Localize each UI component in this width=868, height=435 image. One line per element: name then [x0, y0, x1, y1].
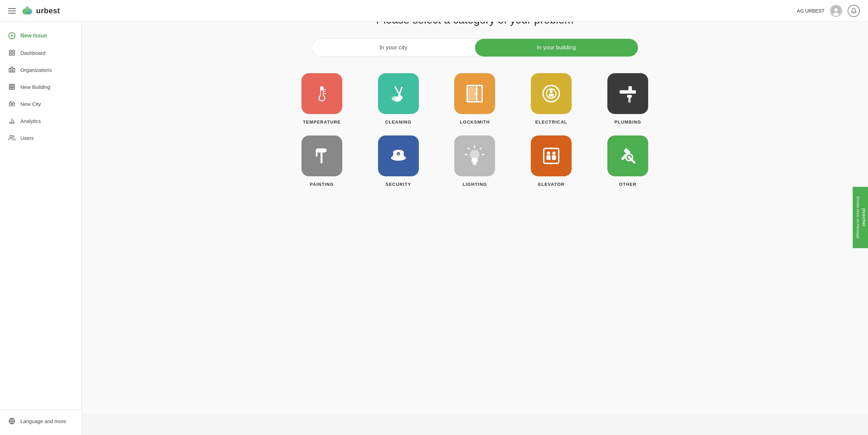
sidebar-bottom: Language and more — [0, 409, 81, 430]
plumbing-icon-box — [607, 73, 648, 114]
toggle-city-button[interactable]: In your city — [312, 39, 475, 57]
category-painting[interactable]: PAINTING — [288, 135, 356, 187]
svg-rect-53 — [627, 95, 632, 98]
sidebar: New Issue Dashboard Organizations — [0, 22, 82, 435]
svg-rect-9 — [10, 50, 12, 52]
sidebar-item-new-building-label: New Building — [20, 84, 50, 90]
svg-point-84 — [628, 156, 630, 159]
svg-rect-10 — [13, 50, 15, 52]
security-icon-box — [378, 135, 419, 176]
header-right: AG URBEST — [797, 5, 860, 17]
other-label: OTHER — [619, 182, 637, 187]
city-icon — [8, 100, 16, 108]
elevator-label: ELEVATOR — [538, 182, 564, 187]
svg-rect-67 — [473, 163, 477, 164]
category-elevator[interactable]: ELEVATOR — [517, 135, 586, 187]
sidebar-item-new-city[interactable]: New City — [0, 95, 81, 112]
toggle-building-button[interactable]: In your building — [475, 39, 638, 57]
sidebar-item-new-issue-label: New Issue — [20, 33, 47, 39]
sidebar-item-new-building[interactable]: New Building — [0, 78, 81, 95]
category-cleaning[interactable]: CLEANING — [364, 73, 432, 125]
svg-rect-76 — [546, 155, 551, 160]
svg-rect-78 — [552, 155, 556, 160]
users-icon — [8, 134, 16, 142]
hamburger-icon[interactable] — [8, 8, 16, 14]
sidebar-item-analytics[interactable]: Analytics — [0, 112, 81, 129]
svg-point-55 — [628, 99, 631, 103]
sidebar-item-new-city-label: New City — [20, 101, 41, 107]
jivochat-tab[interactable]: jivochat Envoie-nous un message — [853, 187, 868, 248]
svg-rect-15 — [13, 68, 15, 72]
notification-bell-button[interactable] — [848, 5, 860, 17]
jivochat-label: jivochat — [862, 208, 866, 226]
logo-text: urbest — [36, 6, 60, 15]
svg-point-2 — [26, 6, 29, 12]
temperature-icon-box — [301, 73, 342, 114]
svg-rect-50 — [620, 90, 629, 94]
cleaning-label: CLEANING — [385, 119, 412, 125]
main-content: Please select a category of your problem… — [82, 0, 868, 413]
sidebar-item-language[interactable]: Language and more — [0, 413, 81, 430]
sidebar-item-new-issue[interactable]: New Issue — [0, 27, 81, 44]
light-icon — [464, 145, 486, 167]
jivochat-message: Envoie-nous un message — [856, 196, 860, 239]
sidebar-item-users[interactable]: Users — [0, 129, 81, 146]
elevator-icon — [540, 145, 562, 167]
categories-grid: TEMPERATURE CLEANING — [288, 73, 662, 187]
svg-point-75 — [547, 151, 550, 155]
other-icon-box — [607, 135, 648, 176]
tools-icon — [617, 145, 639, 167]
sidebar-item-dashboard[interactable]: Dashboard — [0, 44, 81, 61]
category-other[interactable]: OTHER — [594, 135, 662, 187]
svg-rect-14 — [11, 67, 13, 72]
svg-line-72 — [468, 148, 469, 149]
category-plumbing[interactable]: PLUMBING — [594, 73, 662, 125]
cleaning-icon — [388, 83, 409, 104]
category-security[interactable]: SECURITY — [364, 135, 432, 187]
avatar — [830, 5, 842, 17]
logo: urbest — [21, 5, 60, 17]
svg-line-70 — [480, 148, 481, 149]
svg-rect-68 — [473, 164, 476, 165]
electrical-icon — [540, 83, 562, 104]
globe-icon — [8, 417, 16, 425]
svg-rect-74 — [544, 148, 559, 163]
svg-rect-58 — [316, 149, 317, 157]
plus-circle-icon — [8, 32, 16, 39]
logo-icon — [21, 5, 33, 17]
category-locksmith[interactable]: LOCKSMITH — [441, 73, 509, 125]
svg-point-25 — [10, 135, 12, 138]
organizations-icon — [8, 66, 16, 74]
cleaning-icon-box — [378, 73, 419, 114]
electrical-icon-box — [531, 73, 572, 114]
svg-rect-12 — [13, 53, 15, 55]
svg-point-66 — [470, 150, 479, 159]
locksmith-label: LOCKSMITH — [460, 119, 490, 125]
svg-rect-46 — [549, 94, 554, 96]
svg-rect-11 — [10, 53, 12, 55]
category-toggle: In your city In your building — [312, 38, 638, 57]
plumbing-label: PLUMBING — [615, 119, 641, 125]
sidebar-item-organizations[interactable]: Organizations — [0, 61, 81, 78]
svg-rect-45 — [550, 90, 553, 94]
building-icon — [8, 83, 16, 91]
app-header: urbest AG URBEST — [0, 0, 868, 22]
electrical-label: ELECTRICAL — [535, 119, 567, 125]
svg-rect-64 — [397, 158, 400, 160]
analytics-icon — [8, 117, 16, 125]
header-left: urbest — [8, 5, 60, 17]
lighting-label: LIGHTING — [463, 182, 487, 187]
security-label: SECURITY — [386, 182, 411, 187]
category-temperature[interactable]: TEMPERATURE — [288, 73, 356, 125]
svg-rect-16 — [10, 84, 15, 90]
svg-rect-52 — [631, 90, 636, 94]
category-lighting[interactable]: LIGHTING — [441, 135, 509, 187]
lighting-icon-box — [454, 135, 495, 176]
security-icon — [388, 145, 409, 167]
user-name: AG URBEST — [797, 8, 824, 14]
sidebar-item-organizations-label: Organizations — [20, 67, 52, 73]
category-electrical[interactable]: ELECTRICAL — [517, 73, 586, 125]
painting-label: PAINTING — [310, 182, 334, 187]
door-icon — [464, 83, 486, 104]
thermometer-icon — [311, 83, 333, 104]
